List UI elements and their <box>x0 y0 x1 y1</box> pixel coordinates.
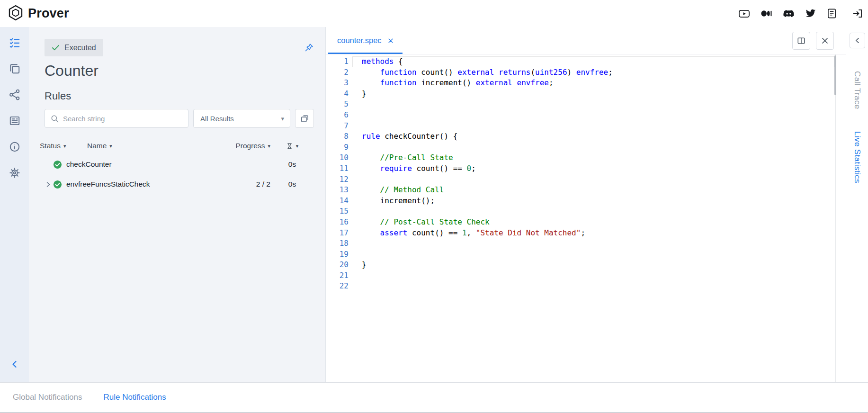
status-column-header[interactable]: Status▾ <box>40 142 87 150</box>
notifications-bar: Global Notifications Rule Notifications <box>0 382 868 413</box>
rules-icon[interactable] <box>9 36 21 49</box>
news-icon[interactable] <box>9 115 21 127</box>
info-icon[interactable] <box>9 141 21 153</box>
collapse-sidebar-icon[interactable] <box>9 359 20 370</box>
rule-row[interactable]: checkCounter 0s <box>29 154 325 174</box>
tab-call-trace[interactable]: Call Trace <box>852 71 862 109</box>
discord-icon[interactable] <box>783 9 794 18</box>
line-number: 4 <box>326 89 349 99</box>
editor-scrollbar[interactable] <box>835 54 836 382</box>
code-line: function count() external returns(uint25… <box>352 67 834 78</box>
pin-icon[interactable] <box>304 43 314 53</box>
page-title: Counter <box>45 62 314 80</box>
code-line <box>352 110 834 121</box>
tab-rule-notifications[interactable]: Rule Notifications <box>103 393 166 402</box>
line-number: 20 <box>326 260 349 270</box>
youtube-icon[interactable] <box>739 9 750 18</box>
duration-column-header[interactable]: ▾ <box>286 143 299 150</box>
name-column-header[interactable]: Name▾ <box>87 142 218 150</box>
line-number: 5 <box>326 99 349 110</box>
rule-progress: 2 / 2 <box>256 180 270 189</box>
code-line: //Pre-Call State <box>352 153 834 163</box>
line-number: 18 <box>326 238 349 249</box>
code-line <box>352 281 834 292</box>
scrollbar-thumb[interactable] <box>834 55 836 95</box>
docs-icon[interactable] <box>827 9 836 18</box>
sort-caret-icon: ▾ <box>109 143 112 149</box>
code-line <box>352 121 834 132</box>
expand-panel-button[interactable] <box>850 33 865 48</box>
code-line: // Post-Call State Check <box>352 217 834 228</box>
progress-header-label: Progress <box>235 142 265 150</box>
brand-name: Prover <box>28 6 69 21</box>
code-line <box>352 238 834 249</box>
tab-live-statistics[interactable]: Live Statistics <box>852 131 862 183</box>
results-filter[interactable]: All Results ▾ <box>193 109 290 128</box>
logout-icon[interactable] <box>852 9 862 18</box>
tab-global-notifications[interactable]: Global Notifications <box>13 393 82 402</box>
code-line: increment(); <box>352 196 834 206</box>
line-number: 15 <box>326 206 349 217</box>
code-line: assert count() == 1, "State Did Not Matc… <box>352 228 834 239</box>
check-icon <box>52 45 60 51</box>
editor-area: counter.spec 123456789101112131415161718… <box>326 27 846 382</box>
passed-icon <box>53 160 62 169</box>
code-line <box>352 249 834 260</box>
expand-icon[interactable] <box>45 181 52 188</box>
rule-duration: 0s <box>288 180 296 189</box>
tab-counter-spec[interactable]: counter.spec <box>328 27 403 54</box>
twitter-icon[interactable] <box>805 9 816 18</box>
code-line: } <box>352 89 834 99</box>
sort-caret-icon: ▾ <box>268 143 270 149</box>
split-editor-button[interactable] <box>792 32 810 50</box>
line-numbers: 12345678910111213141516171819202122 <box>326 56 352 382</box>
code-line: methods { <box>352 56 834 67</box>
editor-tabbar: counter.spec <box>326 27 846 54</box>
search-box <box>45 109 188 128</box>
right-rail: Call Trace Live Statistics <box>846 27 868 382</box>
sort-caret-icon: ▾ <box>296 143 299 149</box>
chevron-down-icon: ▾ <box>281 115 284 122</box>
line-number: 17 <box>326 228 349 239</box>
line-number: 7 <box>326 121 349 132</box>
line-number: 12 <box>326 174 349 185</box>
medium-icon[interactable] <box>761 10 772 17</box>
code-line <box>352 206 834 217</box>
rule-status-cell <box>40 180 66 189</box>
line-number: 21 <box>326 270 349 281</box>
line-number: 9 <box>326 142 349 153</box>
brand[interactable]: Prover <box>8 5 69 23</box>
line-number: 3 <box>326 78 349 89</box>
code-line: require count() == 0; <box>352 163 834 174</box>
close-editor-button[interactable] <box>816 32 834 50</box>
progress-column-header[interactable]: Progress▾ <box>235 142 270 150</box>
search-input[interactable] <box>63 115 183 123</box>
settings-icon[interactable] <box>9 167 21 179</box>
code-scroll: methods { function count() external retu… <box>352 56 834 382</box>
close-tab-icon[interactable] <box>388 38 394 44</box>
rule-status-cell <box>40 160 66 169</box>
line-number: 14 <box>326 196 349 206</box>
left-icon-rail <box>0 27 29 382</box>
rules-panel: Executed Counter Rules <box>29 27 326 382</box>
contracts-icon[interactable] <box>9 63 21 75</box>
line-number: 16 <box>326 217 349 228</box>
collapse-all-button[interactable] <box>295 109 314 128</box>
sort-caret-icon: ▾ <box>63 143 66 149</box>
app-root: Prover <box>0 0 868 413</box>
rule-name[interactable]: checkCounter <box>66 160 218 169</box>
editor-actions <box>792 32 834 50</box>
rule-duration: 0s <box>288 160 296 169</box>
rules-rows: checkCounter 0s envfreeFuncsStaticCheck … <box>29 154 325 194</box>
main-area: Executed Counter Rules <box>0 27 868 382</box>
bracket-guide <box>363 69 363 90</box>
code-line <box>352 270 834 281</box>
rule-row[interactable]: envfreeFuncsStaticCheck 2 / 2 0s <box>29 174 325 194</box>
call-graph-icon[interactable] <box>9 89 21 101</box>
name-header-label: Name <box>87 142 107 150</box>
status-badge-label: Executed <box>64 44 96 52</box>
rule-name[interactable]: envfreeFuncsStaticCheck <box>66 180 218 189</box>
line-number: 13 <box>326 185 349 196</box>
code-line: // Method Call <box>352 185 834 196</box>
code-editor[interactable]: 12345678910111213141516171819202122 meth… <box>326 54 846 382</box>
